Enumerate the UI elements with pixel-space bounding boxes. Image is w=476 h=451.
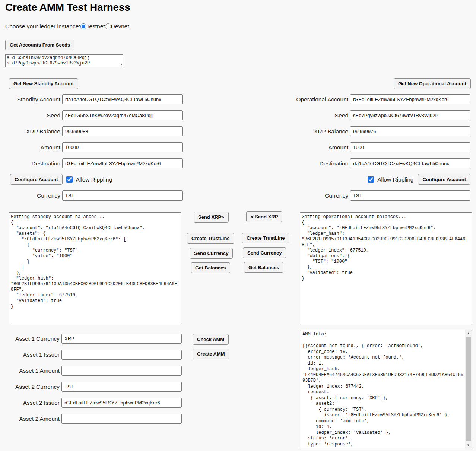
standby-amount-label: Amount [0, 144, 60, 151]
asset2-amount-input[interactable] [61, 414, 182, 424]
asset2-amount-label: Asset 2 Amount [0, 416, 60, 422]
asset1-currency-row: Asset 1 Currency [0, 334, 182, 344]
standby-amount-row: Amount [0, 142, 183, 152]
operational-amount-label: Amount [282, 144, 348, 151]
standby-allow-rippling-checkbox[interactable] [66, 176, 73, 183]
standby-create-trustline-button[interactable]: Create TrustLine [187, 233, 234, 244]
operational-amount-row: Amount [282, 142, 470, 152]
asset1-issuer-label: Asset 1 Issuer [0, 351, 60, 358]
standby-send-currency-button[interactable]: Send Currency [190, 248, 233, 259]
operational-currency-row: Currency [282, 190, 470, 201]
operational-allow-rippling-checkbox[interactable] [368, 176, 374, 183]
operational-results-textarea[interactable]: Getting operational account balances... … [300, 212, 472, 325]
amm-info-scrollbar[interactable]: ▲ ▼ [465, 330, 472, 448]
operational-account-label: Operational Account [282, 96, 348, 103]
operational-send-currency-button[interactable]: Send Currency [243, 247, 286, 258]
testnet-label: Testnet [86, 23, 105, 30]
operational-xrp-balance-input[interactable] [350, 126, 470, 136]
operational-seed-row: Seed [282, 110, 470, 120]
devnet-label: Devnet [111, 23, 129, 30]
standby-seed-input[interactable] [62, 110, 183, 120]
operational-account-row: Operational Account [282, 94, 470, 104]
operational-get-balances-button[interactable]: Get Balances [244, 262, 283, 273]
amm-info-panel: AMM Info: [(Account not found., { error:… [300, 330, 472, 448]
ledger-instance-label: Choose your ledger instance: [5, 23, 80, 30]
asset2-issuer-label: Asset 2 Issuer [0, 400, 60, 406]
asset1-amount-input[interactable] [61, 366, 182, 376]
operational-destination-input[interactable] [350, 158, 470, 168]
asset1-issuer-input[interactable] [61, 350, 182, 360]
scrollbar-thumb[interactable] [466, 337, 471, 441]
asset1-issuer-row: Asset 1 Issuer [0, 350, 182, 360]
asset2-currency-label: Asset 2 Currency [0, 384, 60, 390]
get-new-standby-account-button[interactable]: Get New Standby Account [9, 78, 78, 89]
send-xrp-to-operational-button[interactable]: Send XRP> [194, 212, 229, 223]
standby-destination-input[interactable] [62, 158, 183, 168]
standby-seed-row: Seed [0, 110, 183, 120]
asset1-currency-label: Asset 1 Currency [0, 335, 60, 342]
asset2-issuer-row: Asset 2 Issuer [0, 398, 182, 408]
scroll-down-icon[interactable]: ▼ [465, 442, 472, 448]
operational-seed-input[interactable] [350, 110, 470, 120]
operational-destination-label: Destination [282, 160, 348, 167]
operational-xrp-balance-label: XRP Balance [282, 128, 348, 135]
operational-configure-row: Allow Rippling Configure Account [368, 174, 470, 185]
operational-currency-input[interactable] [350, 190, 470, 201]
operational-seed-label: Seed [282, 112, 348, 119]
standby-xrp-balance-row: XRP Balance [0, 126, 183, 136]
operational-currency-label: Currency [282, 192, 348, 199]
devnet-radio[interactable] [105, 23, 111, 29]
testnet-radio[interactable] [80, 23, 86, 29]
scrollbar-track[interactable] [465, 336, 472, 442]
operational-create-trustline-button[interactable]: Create TrustLine [242, 233, 289, 243]
standby-currency-input[interactable] [62, 190, 183, 201]
standby-get-balances-button[interactable]: Get Balances [191, 262, 230, 273]
operational-destination-row: Destination [282, 158, 470, 168]
standby-xrp-balance-label: XRP Balance [0, 128, 60, 135]
standby-destination-row: Destination [0, 158, 183, 168]
standby-account-label: Standby Account [0, 96, 60, 103]
operational-amount-input[interactable] [350, 142, 470, 152]
standby-configure-account-button[interactable]: Configure Account [10, 174, 63, 185]
amm-info-text: AMM Info: [(Account not found., { error:… [300, 330, 465, 448]
asset2-amount-row: Asset 2 Amount [0, 414, 182, 424]
operational-configure-account-button[interactable]: Configure Account [418, 174, 470, 185]
standby-allow-rippling-label: Allow Rippling [76, 176, 112, 183]
get-accounts-from-seeds-button[interactable]: Get Accounts From Seeds [5, 40, 74, 50]
standby-destination-label: Destination [0, 160, 60, 167]
standby-account-row: Standby Account [0, 94, 183, 104]
asset2-currency-input[interactable] [61, 382, 182, 392]
create-amm-test-harness-page: Create AMM Test Harness Choose your ledg… [0, 0, 476, 451]
ledger-instance-row: Choose your ledger instance: Testnet Dev… [5, 23, 129, 30]
standby-configure-row: Configure Account Allow Rippling [10, 174, 112, 185]
standby-account-input[interactable] [62, 94, 183, 104]
standby-seed-label: Seed [0, 112, 60, 119]
asset1-currency-input[interactable] [61, 334, 182, 344]
seeds-textarea[interactable]: sEdTG5nXThKWZoV2aqrh47oMCa8Pqjj sEd7Pqy9… [5, 54, 123, 67]
standby-currency-row: Currency [0, 190, 183, 201]
standby-amount-input[interactable] [62, 142, 183, 152]
operational-allow-rippling-label: Allow Rippling [377, 176, 413, 183]
create-amm-button[interactable]: Create AMM [193, 348, 229, 359]
page-title: Create AMM Test Harness [5, 1, 130, 13]
asset2-issuer-input[interactable] [61, 398, 182, 408]
standby-xrp-balance-input[interactable] [62, 126, 183, 136]
operational-xrp-balance-row: XRP Balance [282, 126, 470, 136]
standby-currency-label: Currency [0, 192, 60, 199]
asset1-amount-row: Asset 1 Amount [0, 366, 182, 376]
check-amm-button[interactable]: Check AMM [193, 334, 229, 345]
asset2-currency-row: Asset 2 Currency [0, 382, 182, 392]
asset1-amount-label: Asset 1 Amount [0, 368, 60, 374]
operational-account-input[interactable] [350, 94, 470, 104]
send-xrp-to-standby-button[interactable]: < Send XRP [246, 211, 282, 222]
standby-results-textarea[interactable]: Getting standby account balances... { "a… [9, 212, 181, 325]
get-new-operational-account-button[interactable]: Get New Operational Account [394, 78, 471, 89]
scroll-up-icon[interactable]: ▲ [465, 330, 472, 336]
